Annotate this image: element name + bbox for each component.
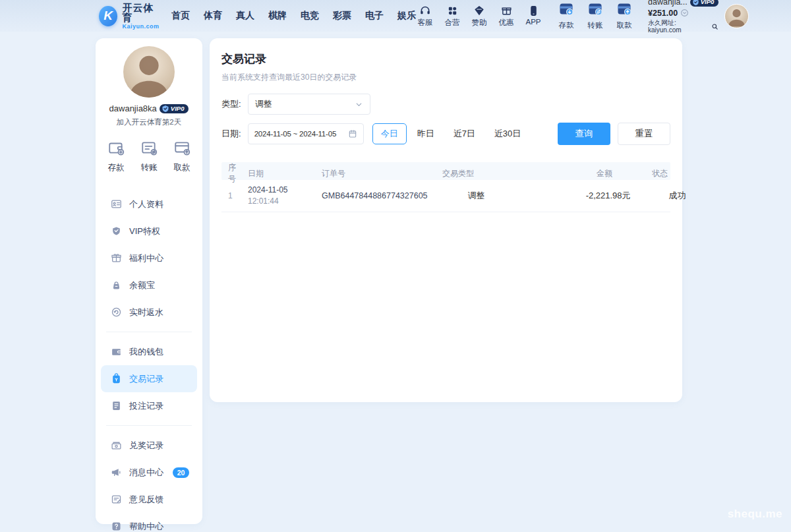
megaphone-icon (111, 467, 122, 478)
row-order-number: GMB6447844886774327605 (319, 191, 430, 200)
balance-amount: ¥251.00 (648, 9, 678, 18)
vip-shield-icon (692, 0, 699, 6)
sidebar-wallet-actions: 存款 转账 取款 (96, 139, 202, 173)
vip-privilege-icon (111, 225, 122, 237)
deposit-link[interactable]: 存款 (556, 1, 577, 30)
sidebar-item-prizes[interactable]: 兑奖记录 (101, 432, 197, 459)
sidebar-item-feedback[interactable]: 意见反馈 (101, 486, 197, 513)
col-header-date: 日期 (245, 168, 319, 179)
nav-item-slots[interactable]: 电子 (365, 10, 384, 22)
transaction-record-icon (111, 373, 122, 384)
nav-item-home[interactable]: 首页 (171, 10, 190, 22)
col-header-status: 状态 (615, 168, 670, 179)
row-index: 1 (221, 191, 245, 200)
sidebar-withdraw-button[interactable]: 取款 (173, 139, 190, 173)
prize-record-icon (111, 440, 122, 451)
page-subtitle: 当前系统支持查询最近30日的交易记录 (221, 72, 670, 83)
transfer-icon (140, 139, 158, 159)
col-header-no: 序号 (221, 162, 245, 185)
welfare-gift-icon (111, 252, 122, 264)
type-select[interactable]: 调整 (248, 94, 370, 115)
topbar-quick-links: 客服 合营 赞助 优惠 (416, 4, 542, 28)
partners-icon (447, 4, 458, 16)
range-30days-button[interactable]: 近30日 (486, 123, 529, 144)
calendar-icon (348, 129, 357, 138)
table-row: 1 2024-11-05 12:01:44 GMB644784488677432… (221, 180, 670, 212)
sidebar-menu: 个人资料 VIP特权 福利中心 余额宝 (96, 191, 202, 532)
menu-divider (106, 425, 192, 426)
balance-refresh-icon[interactable] (680, 9, 689, 17)
sidebar-item-profile[interactable]: 个人资料 (101, 191, 197, 218)
bet-record-icon (111, 400, 122, 411)
transfer-link[interactable]: 转账 (585, 1, 606, 30)
brand-domain: Kaiyun.com (122, 24, 161, 30)
nav-item-sports[interactable]: 体育 (204, 10, 222, 22)
withdraw-card-icon (616, 1, 632, 20)
rebate-icon (111, 307, 122, 318)
withdraw-icon (173, 139, 190, 159)
topbar-user[interactable]: dawanjia... VIP0 ¥251.00 永久网址: kaiyu (648, 0, 749, 34)
profile-username: dawanjia8ka (109, 103, 157, 113)
row-datetime: 2024-11-05 12:01:44 (245, 185, 319, 208)
sidebar-transfer-button[interactable]: 转账 (140, 139, 158, 173)
topbar-wallet-links: 存款 转账 取款 (556, 1, 635, 30)
range-today-button[interactable]: 今日 (372, 123, 407, 144)
profile-vip-badge[interactable]: VIP0 (160, 104, 189, 113)
date-filter-row: 日期: 2024-11-05 ~ 2024-11-05 今日 昨日 近7日 近3… (221, 123, 670, 145)
table-header-row: 序号 日期 订单号 交易类型 金额 状态 (221, 162, 670, 180)
app-download-link[interactable]: APP (524, 4, 542, 26)
row-amount: -2,221.98元 (523, 190, 633, 202)
watermark: shequ.me (728, 508, 782, 521)
promotions-link[interactable]: 优惠 (497, 4, 515, 28)
message-count-badge: 20 (173, 467, 189, 478)
sidebar-item-vip[interactable]: VIP特权 (101, 218, 197, 245)
sidebar-item-yuebao[interactable]: 余额宝 (101, 272, 197, 299)
headset-icon (419, 4, 431, 16)
date-range-input[interactable]: 2024-11-05 ~ 2024-11-05 (248, 123, 364, 144)
col-header-order: 订单号 (319, 168, 412, 179)
joined-days-text: 加入开云体育第2天 (96, 117, 202, 127)
quick-range-group: 今日 昨日 近7日 近30日 (372, 123, 530, 144)
sponsor-link[interactable]: 赞助 (470, 4, 488, 28)
type-filter-row: 类型: 调整 (221, 94, 670, 115)
page-title: 交易记录 (221, 51, 670, 67)
page: K 开云体育 Kaiyun.com 首页 体育 真人 棋牌 电竞 彩票 电子 娱… (0, 0, 791, 532)
sidebar-item-wallet[interactable]: 我的钱包 (101, 338, 197, 365)
deposit-card-icon (558, 1, 574, 20)
sidebar-item-messages[interactable]: 消息中心 20 (101, 459, 197, 486)
query-button[interactable]: 查询 (558, 123, 610, 145)
range-7days-button[interactable]: 近7日 (445, 123, 484, 144)
partnership-link[interactable]: 合营 (443, 4, 461, 28)
menu-divider (106, 332, 192, 332)
type-label: 类型: (221, 98, 241, 110)
money-pot-icon (111, 280, 122, 291)
nav-item-live[interactable]: 真人 (236, 10, 254, 22)
nav-item-esports[interactable]: 电竞 (301, 10, 319, 22)
vip-shield-icon (161, 105, 169, 113)
sidebar: dawanjia8ka VIP0 加入开云体育第2天 存款 转账 (96, 38, 202, 524)
sidebar-deposit-button[interactable]: 存款 (107, 139, 125, 173)
sidebar-item-help[interactable]: 帮助中心 (101, 513, 197, 532)
col-header-amount: 金额 (504, 168, 615, 179)
id-card-icon (111, 198, 122, 210)
sidebar-item-bets[interactable]: 投注记录 (101, 392, 197, 419)
brand-logo[interactable]: K 开云体育 Kaiyun.com (99, 3, 161, 30)
transfer-card-icon (587, 1, 603, 20)
profile-avatar[interactable] (123, 46, 175, 98)
sidebar-item-welfare[interactable]: 福利中心 (101, 245, 197, 272)
sidebar-item-rebate[interactable]: 实时返水 (101, 299, 197, 326)
range-yesterday-button[interactable]: 昨日 (409, 123, 443, 144)
customer-service-link[interactable]: 客服 (416, 4, 434, 28)
transactions-table: 序号 日期 订单号 交易类型 金额 状态 1 2024-11-05 12:01:… (221, 162, 670, 212)
search-icon[interactable] (711, 23, 718, 30)
sidebar-item-transactions[interactable]: 交易记录 (101, 365, 197, 392)
reset-button[interactable]: 重置 (618, 123, 670, 145)
chevron-down-icon (355, 100, 363, 109)
withdraw-link[interactable]: 取款 (614, 1, 635, 30)
brand-name: 开云体育 (122, 3, 161, 22)
nav-item-board-games[interactable]: 棋牌 (268, 10, 287, 22)
user-avatar[interactable] (724, 4, 749, 28)
nav-item-lottery[interactable]: 彩票 (333, 10, 351, 22)
nav-item-entertainment[interactable]: 娱乐 (397, 10, 416, 22)
col-header-type: 交易类型 (412, 168, 504, 179)
